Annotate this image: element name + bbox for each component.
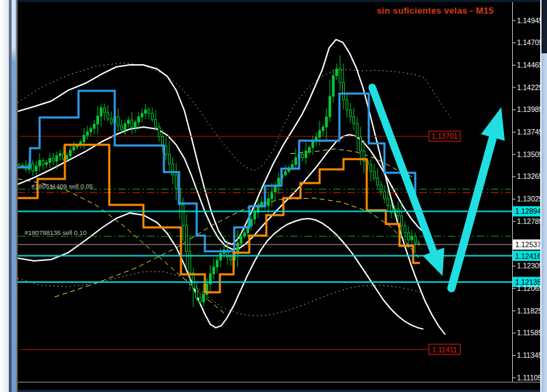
candle-body (292, 165, 294, 168)
order-label-sell-005: #180511409 sell 0.05 (31, 182, 93, 190)
candle-body (135, 122, 137, 127)
candle-body (165, 146, 167, 154)
candle-body (121, 126, 123, 130)
candle-body (59, 154, 61, 156)
axis-tick-label: 1.13025 (517, 195, 543, 203)
candle-body (73, 147, 75, 150)
window-left-border-gray (16, 0, 18, 392)
candle-body (343, 83, 345, 100)
order-label-sell-010: #180788136 sell 0.10 (25, 229, 87, 236)
candle-body (261, 202, 263, 206)
candle-body (319, 130, 321, 137)
candle-body (377, 178, 379, 185)
candle-body (404, 226, 406, 233)
axis-tick-label: 1.13505 (517, 150, 543, 158)
candle-body (32, 164, 34, 171)
candle-body (53, 158, 55, 161)
candle-body (295, 158, 297, 165)
candle-body (285, 171, 287, 175)
axis-tick-label: 1.12785 (517, 217, 543, 225)
yellow-dashed-falling (18, 179, 225, 314)
candle-body (124, 124, 126, 130)
candle-body (278, 178, 280, 185)
mt4-chart-window: 1.137011.114111.128941.124161.121351.125… (0, 0, 547, 392)
candle-body (230, 257, 232, 260)
big-up-arrow-head[interactable] (481, 107, 505, 141)
axis-tick-label: 1.13265 (517, 172, 543, 180)
candle-body (152, 113, 154, 120)
candle-body (107, 113, 109, 119)
axis-tick-label: 1.11825 (517, 307, 542, 315)
axis-tick-label: 1.11585 (517, 328, 542, 337)
candle-body (111, 119, 113, 123)
candle-body (374, 171, 376, 178)
candle-body (131, 120, 133, 127)
candle-body (322, 127, 324, 130)
price-chart: 1.137011.114111.128941.124161.121351.125… (0, 0, 547, 392)
candle-body (158, 127, 160, 137)
candle-body (350, 110, 352, 117)
candle-body (97, 116, 99, 124)
candle-body (87, 132, 89, 135)
candle-body (346, 100, 348, 110)
candle-body (216, 260, 219, 267)
candle-body (186, 225, 188, 251)
window-right-border-blue[interactable] (542, 0, 547, 392)
candle-body (397, 209, 399, 216)
candle-body (302, 154, 304, 158)
candle-body (172, 164, 174, 175)
axis-tick-label: 1.11345 (517, 351, 542, 359)
candle-body (90, 128, 92, 132)
candle-body (36, 166, 38, 171)
candle-body (370, 165, 372, 171)
candle-body (380, 185, 382, 192)
candle-body (401, 216, 403, 226)
candle-body (329, 96, 331, 117)
axis-tick-label: 1.12305 (517, 262, 543, 270)
candle-body (145, 110, 147, 113)
candle-body (100, 108, 102, 116)
axis-tick-label: 1.13745 (517, 128, 543, 136)
axis-tick-label: 1.11105 (517, 374, 542, 382)
big-up-arrow-shaft[interactable] (451, 128, 495, 288)
axis-tick-label: 1.12065 (517, 284, 543, 292)
axis-tick-label: 1.14945 (517, 16, 543, 25)
big-down-arrow-shaft[interactable] (372, 87, 436, 259)
candle-body (42, 160, 44, 165)
red-level-label: 1.13701 (432, 132, 458, 140)
candle-body (39, 160, 41, 166)
candle-body (83, 135, 85, 142)
candle-body (254, 212, 256, 219)
candle-body (182, 205, 184, 225)
candle-body (148, 110, 150, 113)
candle-body (415, 236, 417, 243)
orange-step-line (18, 145, 420, 292)
candle-body (387, 199, 389, 206)
window-right-border-top (542, 0, 547, 53)
candle-body (251, 219, 253, 226)
candle-body (353, 117, 355, 124)
candle-body (104, 108, 106, 113)
big-down-arrow-head[interactable] (423, 248, 445, 277)
current-price-label: 1.12537 (516, 240, 542, 249)
candle-body (117, 117, 120, 126)
candle-body (46, 163, 48, 165)
candle-body (240, 236, 242, 243)
candle-body (49, 158, 51, 163)
candle-body (138, 117, 140, 122)
candle-body (189, 251, 191, 273)
window-left-margin (0, 0, 9, 392)
candle-body (141, 113, 143, 117)
axis-tick-label: 1.14705 (517, 38, 543, 46)
candle-body (199, 298, 201, 302)
candle-body (169, 154, 171, 164)
chart-comment-text: sin suficientes velas - M15 (377, 5, 494, 16)
cyan-price-label: 1.12894 (516, 207, 542, 215)
axis-tick-label: 1.13985 (517, 105, 543, 113)
candle-body (203, 294, 205, 302)
candle-body (94, 124, 96, 128)
candle-body (176, 175, 178, 188)
candle-body (70, 150, 72, 156)
candle-body (220, 253, 222, 260)
candle-body (333, 76, 335, 96)
